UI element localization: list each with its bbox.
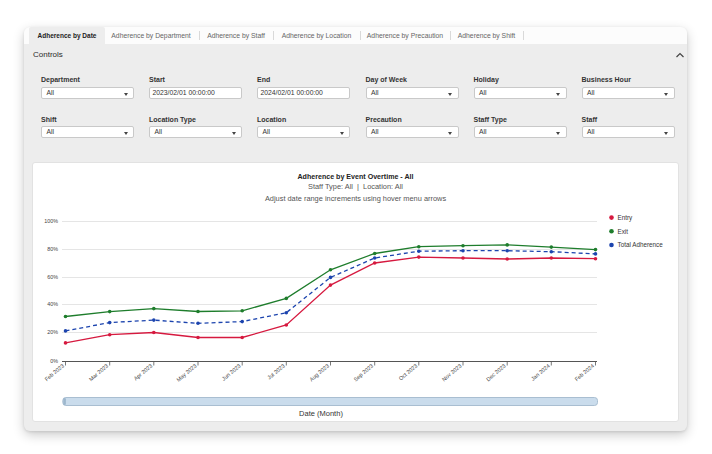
svg-text:Adherence by Event Overtime -: Adherence by Event Overtime - All [297,173,413,181]
svg-text:Date (Month): Date (Month) [299,409,343,418]
svg-text:Jun 2023: Jun 2023 [221,363,242,382]
svg-text:Nov 2023: Nov 2023 [441,363,463,383]
svg-text:100%: 100% [44,218,58,224]
svg-text:Feb 2023: Feb 2023 [43,363,65,383]
svg-text:Jan 2024: Jan 2024 [530,363,551,382]
svg-text:Sep 2023: Sep 2023 [352,363,374,383]
svg-text:Staff Type: All | Location:: Staff Type: All | Location: All [308,182,403,191]
svg-text:Jul 2023: Jul 2023 [266,363,286,381]
svg-text:Apr 2023: Apr 2023 [132,363,153,382]
svg-text:Mar 2023: Mar 2023 [88,363,110,383]
svg-text:Dec 2023: Dec 2023 [485,363,507,383]
svg-text:40%: 40% [47,301,58,307]
svg-text:May 2023: May 2023 [175,363,197,383]
svg-text:Adjust date range increments u: Adjust date range increments using hover… [265,194,446,203]
svg-text:Exit: Exit [618,228,629,235]
svg-text:0%: 0% [50,358,58,364]
svg-text:Entry: Entry [618,214,634,222]
svg-text:60%: 60% [47,274,58,280]
svg-text:Feb 2024: Feb 2024 [573,363,595,383]
svg-text:Aug 2023: Aug 2023 [308,363,330,383]
svg-text:20%: 20% [47,329,58,335]
svg-text:Oct 2023: Oct 2023 [397,363,418,382]
svg-text:80%: 80% [47,246,58,252]
svg-text:Total Adherence: Total Adherence [618,241,664,248]
